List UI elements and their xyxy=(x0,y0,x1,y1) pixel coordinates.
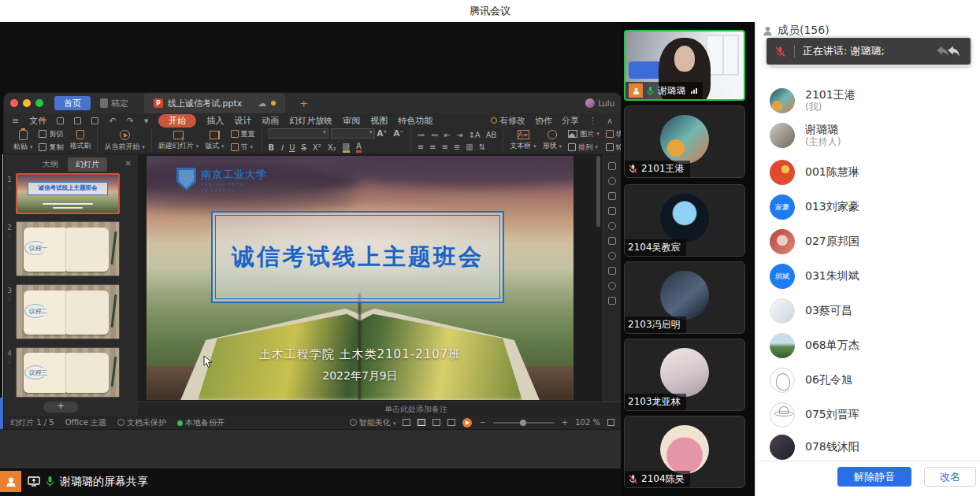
hamburger-icon[interactable]: ≡ xyxy=(12,116,19,126)
notes-bar[interactable]: 单击此处添加备注 xyxy=(138,402,621,416)
more-icon[interactable]: ⋮ xyxy=(588,116,597,126)
open-icon[interactable] xyxy=(57,117,64,124)
layout-button[interactable]: 版式 ▾ xyxy=(205,131,224,151)
video-tile[interactable]: 2104陈昊 xyxy=(624,416,745,488)
section-button[interactable]: 节 ▾ xyxy=(231,143,255,153)
maximize-icon[interactable] xyxy=(35,99,43,107)
copy-button[interactable]: 复制 xyxy=(39,143,63,153)
line-spacing-button[interactable]: ↕A xyxy=(468,131,480,139)
rail-comment-icon[interactable] xyxy=(608,237,616,245)
menu-animation[interactable]: 动画 xyxy=(262,115,279,127)
slide-thumbnail-2[interactable]: 议程一 xyxy=(16,221,120,276)
highlight-button[interactable]: ▨ xyxy=(343,142,350,153)
format-painter-button[interactable]: 格式刷 xyxy=(69,130,91,151)
modified-status[interactable]: 有修改 xyxy=(491,115,525,127)
notes-view-icon[interactable] xyxy=(403,419,410,426)
slide-editor[interactable]: 南京工业大学 NANJING TECHUNIVERSITY 诚信考试线上主题班会… xyxy=(147,156,574,400)
more-history-icon[interactable]: ▾ xyxy=(144,116,149,126)
new-tab-button[interactable]: + xyxy=(299,98,308,109)
arrange-button[interactable]: 排列 ▾ xyxy=(568,143,600,153)
rail-help-icon[interactable] xyxy=(608,222,616,230)
bold-button[interactable]: B xyxy=(269,143,275,152)
wps-gaoding-tab[interactable]: 稿定 xyxy=(100,98,128,109)
backup-status[interactable]: 本地备份开 xyxy=(177,417,225,428)
canvas-scrollbar[interactable] xyxy=(596,156,600,227)
textbox-button[interactable]: A≡ 文本框 ▾ xyxy=(510,130,536,151)
close-panel-icon[interactable]: ✕ xyxy=(125,159,132,168)
sorter-view-icon[interactable] xyxy=(432,419,440,426)
theme-label[interactable]: Office 主题 xyxy=(65,417,106,428)
font-increase-button[interactable]: A⁺ xyxy=(377,129,388,138)
collapse-ribbon-icon[interactable]: ∧ xyxy=(607,116,613,126)
slide-thumbnail-3[interactable]: 议程二 xyxy=(16,284,120,339)
menu-design[interactable]: 设计 xyxy=(234,115,251,127)
slideshow-play-icon[interactable] xyxy=(462,418,472,428)
save-icon[interactable] xyxy=(74,117,81,124)
rename-button[interactable]: 改名 xyxy=(924,467,976,487)
member-row[interactable]: 03蔡可昌 xyxy=(770,297,972,325)
rail-settings-icon[interactable] xyxy=(608,267,616,275)
columns-button[interactable]: ▥ xyxy=(466,143,473,151)
member-row[interactable]: 家豪 013刘家豪 xyxy=(770,193,972,221)
beautify-button[interactable]: 智能美化 ▾ xyxy=(350,417,396,428)
zoom-out-button[interactable]: − xyxy=(479,418,485,427)
member-row[interactable]: 谢璐璐(主持人) xyxy=(770,121,972,150)
subscript-button[interactable]: X₂ xyxy=(328,143,336,152)
zoom-in-button[interactable]: + xyxy=(562,418,568,427)
menu-features[interactable]: 特色功能 xyxy=(398,115,432,127)
font-size-select[interactable] xyxy=(331,128,375,139)
rail-media-icon[interactable] xyxy=(608,297,616,305)
text-direction-button[interactable]: ⇅ xyxy=(479,143,485,151)
font-family-select[interactable] xyxy=(269,128,329,139)
play-from-current-button[interactable]: 从当前开始 ▾ xyxy=(104,130,144,152)
justify-button[interactable]: ≣ xyxy=(454,143,460,151)
decrease-indent-button[interactable]: ⇤ xyxy=(444,131,451,139)
video-tile-speaker[interactable]: 谢璐璐 xyxy=(624,30,745,101)
slide-thumbnail-1[interactable]: 诚信考试线上主题班会 xyxy=(16,173,120,214)
member-row[interactable]: 2101王港(我) xyxy=(770,87,972,115)
font-decrease-button[interactable]: A⁻ xyxy=(394,129,404,138)
unmute-button[interactable]: 解除静音 xyxy=(837,467,911,487)
numbering-button[interactable]: ≕ xyxy=(431,131,439,139)
paste-button[interactable]: 粘贴 ▾ xyxy=(13,130,32,152)
shapes-button[interactable]: 形状 ▾ xyxy=(543,130,562,151)
wps-account[interactable]: Lulu xyxy=(585,98,614,108)
underline-button[interactable]: U xyxy=(289,143,295,152)
align-left-button[interactable]: ≡ xyxy=(418,143,424,151)
menu-start[interactable]: 开始 xyxy=(158,114,196,128)
menu-review[interactable]: 审阅 xyxy=(343,115,360,127)
italic-button[interactable]: I xyxy=(280,143,283,152)
member-row[interactable]: 068单万杰 xyxy=(770,331,972,360)
menu-view[interactable]: 视图 xyxy=(370,115,388,127)
member-row[interactable]: 001陈慧琳 xyxy=(770,158,972,187)
reset-button[interactable]: 重置 xyxy=(231,129,255,139)
minimize-icon[interactable] xyxy=(23,99,31,107)
member-row[interactable]: 075刘晋珲 xyxy=(770,401,972,429)
char-spacing-button[interactable]: AB xyxy=(486,131,497,139)
video-tile[interactable]: 2103龙亚林 xyxy=(624,339,745,411)
collaborate-button[interactable]: 协作 xyxy=(535,115,552,127)
rail-design-icon[interactable] xyxy=(608,192,616,200)
reply-arrow-icon[interactable] xyxy=(934,44,952,58)
share-button[interactable]: 分享 xyxy=(562,115,579,127)
picture-button[interactable]: 图片 ▾ xyxy=(568,129,600,139)
increase-indent-button[interactable]: ⇥ xyxy=(456,131,462,139)
protection-status[interactable]: 文档未保护 xyxy=(117,417,166,428)
font-color-button[interactable]: A xyxy=(356,142,362,153)
menu-insert[interactable]: 插入 xyxy=(206,115,224,127)
video-tile[interactable]: 2103冯启明 xyxy=(624,261,745,334)
member-row[interactable]: 06孔令旭 xyxy=(770,366,972,394)
rail-transition-icon[interactable] xyxy=(608,177,616,185)
slide-thumbnail-4[interactable]: 议程三 xyxy=(16,347,120,398)
slide-title-box[interactable]: 诚信考试线上主题班会 xyxy=(211,211,504,303)
rail-chart-icon[interactable] xyxy=(608,207,616,215)
wps-home-tab[interactable]: 首页 xyxy=(54,96,91,110)
align-right-button[interactable]: ≡ xyxy=(441,143,447,151)
undo-icon[interactable]: ↶ xyxy=(109,116,116,126)
cut-button[interactable]: 剪切 xyxy=(39,129,63,139)
rail-animation-icon[interactable] xyxy=(608,162,616,170)
video-tile[interactable]: 2101王港 xyxy=(624,105,745,178)
menu-slideshow[interactable]: 幻灯片放映 xyxy=(289,115,332,127)
video-tile[interactable]: 2104吴教宸 xyxy=(624,184,745,257)
outline-tab[interactable]: 大纲 xyxy=(35,157,66,172)
